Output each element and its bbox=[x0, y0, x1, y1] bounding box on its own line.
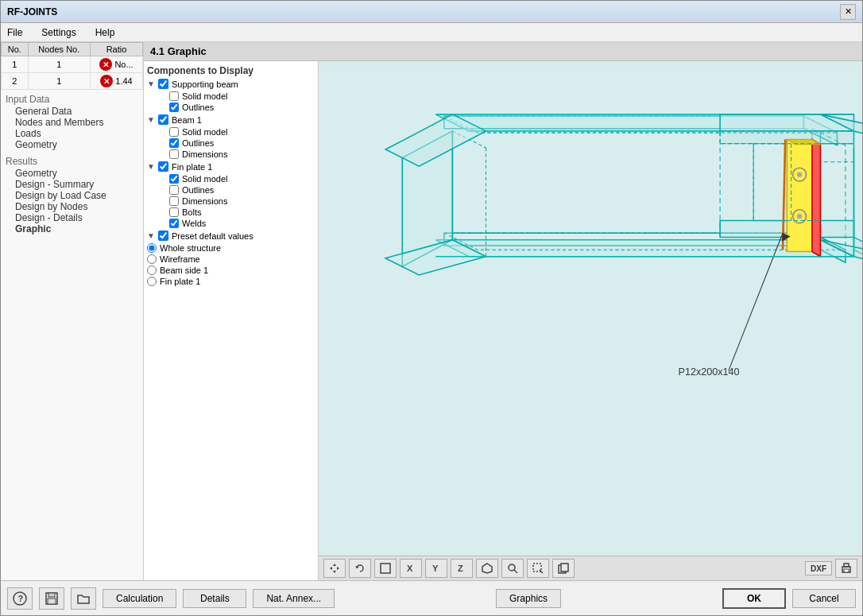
preset-checkbox[interactable] bbox=[158, 231, 168, 241]
solid-model-3-checkbox[interactable] bbox=[169, 174, 179, 184]
bolts-row: Bolts bbox=[147, 207, 315, 218]
svg-rect-63 bbox=[844, 564, 849, 567]
nav-loads[interactable]: Loads bbox=[4, 128, 140, 139]
toolbar-btn-10[interactable] bbox=[552, 559, 575, 578]
svg-rect-61 bbox=[561, 564, 568, 571]
details-button[interactable]: Details bbox=[183, 589, 246, 608]
nav-design-nodes[interactable]: Design by Nodes bbox=[4, 201, 140, 212]
wireframe-radio[interactable] bbox=[147, 254, 157, 264]
finplate1-checkbox[interactable] bbox=[158, 161, 168, 172]
nav-tree: Input Data General Data Nodes and Member… bbox=[1, 90, 143, 580]
whole-structure-radio[interactable] bbox=[147, 243, 157, 253]
outlines-2-row: Outlines bbox=[147, 138, 315, 149]
cancel-button[interactable]: Cancel bbox=[792, 589, 856, 608]
toolbar-btn-8[interactable] bbox=[501, 559, 524, 578]
svg-marker-55 bbox=[482, 564, 492, 573]
nav-design-details[interactable]: Design - Details bbox=[4, 212, 140, 223]
beam-side-label: Beam side 1 bbox=[160, 265, 208, 275]
fin-plate-radio[interactable] bbox=[147, 277, 157, 286]
help-icon-btn[interactable]: ? bbox=[7, 587, 33, 610]
svg-line-57 bbox=[514, 570, 517, 573]
finplate1-label: Fin plate 1 bbox=[172, 162, 212, 172]
right-panel: 4.1 Graphic Components to Display ▼ Supp… bbox=[144, 42, 862, 580]
whole-structure-row: Whole structure bbox=[147, 242, 315, 254]
row2-ratio: ✕ 1.44 bbox=[91, 73, 143, 90]
nav-design-summary[interactable]: Design - Summary bbox=[4, 179, 140, 190]
supporting-beam-header[interactable]: ▼ Supporting beam bbox=[147, 77, 315, 91]
dimensions-2-checkbox[interactable] bbox=[169, 196, 179, 206]
svg-marker-47 bbox=[333, 571, 336, 573]
toolbar-btn-9[interactable] bbox=[527, 559, 549, 578]
svg-text:Y: Y bbox=[432, 564, 439, 573]
save-icon-btn[interactable] bbox=[39, 587, 64, 610]
preset-label: Preset default values bbox=[172, 231, 253, 241]
outlines-1-checkbox[interactable] bbox=[169, 103, 179, 112]
row1-ratio: ✕ No... bbox=[91, 56, 143, 73]
svg-rect-51 bbox=[381, 564, 390, 573]
svg-marker-29 bbox=[787, 139, 812, 251]
nav-nodes-members[interactable]: Nodes and Members bbox=[4, 117, 140, 128]
nav-general-data[interactable]: General Data bbox=[4, 106, 140, 117]
results-label: Results bbox=[4, 155, 140, 168]
preset-header[interactable]: ▼ Preset default values bbox=[147, 229, 315, 242]
col-nodes: Nodes No. bbox=[28, 43, 90, 56]
svg-marker-30 bbox=[812, 139, 821, 256]
solid-model-3-row: Solid model bbox=[147, 173, 315, 184]
solid-model-2-label: Solid model bbox=[182, 127, 227, 137]
toolbar-btn-6[interactable]: Z bbox=[451, 559, 473, 578]
beam1-header[interactable]: ▼ Beam 1 bbox=[147, 113, 315, 126]
toolbar-btn-7[interactable] bbox=[476, 559, 498, 578]
outlines-3-label: Outlines bbox=[182, 185, 214, 195]
nat-annex-button[interactable]: Nat. Annex... bbox=[253, 589, 335, 608]
open-icon-btn[interactable] bbox=[71, 587, 96, 610]
welds-checkbox[interactable] bbox=[169, 219, 179, 228]
svg-point-33 bbox=[797, 172, 802, 176]
graphics-button[interactable]: Graphics bbox=[496, 589, 561, 608]
finplate1-header[interactable]: ▼ Fin plate 1 bbox=[147, 160, 315, 173]
svg-marker-49 bbox=[337, 567, 339, 570]
beam-side-row: Beam side 1 bbox=[147, 265, 315, 276]
dimensions-1-label: Dimensions bbox=[182, 149, 227, 159]
menu-help[interactable]: Help bbox=[92, 25, 118, 40]
beam-side-radio[interactable] bbox=[147, 265, 157, 275]
ok-button[interactable]: OK bbox=[722, 588, 786, 609]
menu-settings[interactable]: Settings bbox=[38, 25, 79, 40]
row2-no: 2 bbox=[2, 73, 29, 90]
bolts-checkbox[interactable] bbox=[169, 207, 179, 217]
action-bar: ? Calculation Details Nat. Annex... Grap… bbox=[1, 580, 862, 615]
supporting-beam-checkbox[interactable] bbox=[158, 79, 168, 89]
solid-model-2-checkbox[interactable] bbox=[169, 127, 179, 137]
toolbar-btn-2[interactable] bbox=[349, 559, 371, 578]
nav-design-load-case[interactable]: Design by Load Case bbox=[4, 190, 140, 201]
toolbar-print-btn[interactable] bbox=[835, 559, 857, 578]
nav-geometry[interactable]: Geometry bbox=[4, 139, 140, 150]
svg-text:Z: Z bbox=[458, 564, 463, 573]
toolbar-btn-4[interactable]: X bbox=[400, 559, 422, 578]
calculation-button[interactable]: Calculation bbox=[103, 589, 176, 608]
dxf-button[interactable]: DXF bbox=[805, 561, 832, 575]
table-row[interactable]: 2 1 ✕ 1.44 bbox=[2, 73, 143, 90]
close-button[interactable]: ✕ bbox=[840, 4, 856, 20]
outlines-3-checkbox[interactable] bbox=[169, 185, 179, 195]
outlines-2-checkbox[interactable] bbox=[169, 138, 179, 148]
toolbar-btn-3[interactable] bbox=[374, 559, 397, 578]
beam1-checkbox[interactable] bbox=[158, 114, 168, 125]
dimensions-2-label: Dimensions bbox=[182, 196, 227, 206]
toolbar-btn-1[interactable] bbox=[323, 559, 346, 578]
main-window: RF-JOINTS ✕ File Settings Help No. Nodes… bbox=[0, 0, 863, 616]
menu-file[interactable]: File bbox=[4, 25, 25, 40]
title-bar: RF-JOINTS ✕ bbox=[1, 1, 862, 23]
nav-results-geometry[interactable]: Geometry bbox=[4, 168, 140, 179]
toolbar-btn-5[interactable]: Y bbox=[425, 559, 447, 578]
dimensions-1-checkbox[interactable] bbox=[169, 149, 179, 159]
nav-graphic[interactable]: Graphic bbox=[4, 223, 140, 234]
row2-nodes: 1 bbox=[28, 73, 90, 90]
expand-icon-4: ▼ bbox=[147, 231, 155, 240]
graphic-viewport[interactable]: P12x200x140 bbox=[319, 61, 862, 556]
solid-model-2-row: Solid model bbox=[147, 126, 315, 138]
solid-model-1-checkbox[interactable] bbox=[169, 91, 179, 101]
input-data-label: Input Data bbox=[4, 93, 140, 106]
fin-plate-row: Fin plate 1 bbox=[147, 276, 315, 287]
table-row[interactable]: 1 1 ✕ No... bbox=[2, 56, 143, 73]
col-no: No. bbox=[2, 43, 29, 56]
